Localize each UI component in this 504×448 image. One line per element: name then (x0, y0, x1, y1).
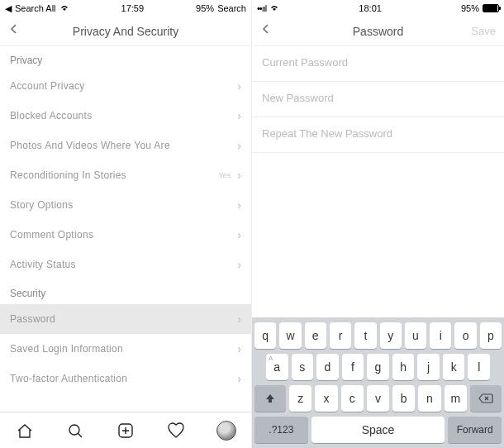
item-label: Story Options (10, 199, 74, 211)
item-label: Account Privacy (10, 80, 85, 92)
item-reconditioning[interactable]: Reconditioning In Stories Yes › (0, 160, 251, 190)
item-account-privacy[interactable]: Account Privacy › (0, 71, 251, 101)
key-p[interactable]: p (480, 322, 502, 349)
wifi-icon (269, 3, 279, 13)
key-i[interactable]: i (430, 322, 451, 349)
key-v[interactable]: v (367, 385, 389, 412)
key-h[interactable]: h (392, 354, 415, 380)
item-value: Yes (219, 171, 231, 179)
avatar-icon (216, 421, 236, 441)
key-n[interactable]: n (418, 385, 440, 412)
item-story-options[interactable]: Story Options › (0, 190, 251, 220)
key-s[interactable]: s (292, 354, 314, 380)
item-activity-status[interactable]: Activity Status › (0, 250, 251, 279)
key-e[interactable]: e (305, 322, 326, 349)
header: Password Save (252, 17, 504, 46)
item-label: Two-factor Authentication (10, 373, 127, 384)
battery-icon (483, 4, 499, 12)
back-arrow-icon: ◀ (5, 3, 12, 14)
key-u[interactable]: u (405, 322, 426, 349)
back-button[interactable] (8, 23, 25, 40)
new-password-input[interactable] (262, 92, 494, 104)
key-q[interactable]: q (254, 322, 276, 349)
page-title: Password (353, 25, 403, 38)
item-photos-videos[interactable]: Photos And Videos Where You Are › (0, 131, 251, 160)
back-button[interactable] (260, 23, 277, 40)
item-two-factor[interactable]: Two-factor Authentication › (0, 364, 251, 393)
save-button[interactable]: Save (471, 25, 496, 37)
current-password-input[interactable] (262, 56, 494, 69)
chevron-right-icon: › (237, 109, 241, 122)
item-label: Activity Status (10, 259, 76, 270)
key-backspace[interactable] (470, 385, 502, 412)
key-z[interactable]: z (289, 385, 311, 412)
item-label: Blocked Accounts (10, 110, 93, 122)
key-m[interactable]: m (445, 385, 467, 412)
password-form (252, 46, 504, 317)
chevron-right-icon: › (237, 228, 241, 241)
key-b[interactable]: b (392, 385, 415, 412)
chevron-right-icon: › (237, 198, 241, 212)
repeat-password-input[interactable] (262, 127, 494, 140)
key-x[interactable]: x (315, 385, 337, 412)
field-new-password (252, 82, 504, 117)
item-label: Saved Login Information (10, 343, 123, 355)
chevron-right-icon: › (237, 169, 241, 182)
tab-profile[interactable] (216, 420, 237, 441)
chevron-right-icon: › (237, 139, 241, 152)
status-battery-pct: 95% (196, 3, 214, 13)
item-label: Photos And Videos Where You Are (10, 140, 170, 151)
key-space[interactable]: Space (311, 417, 445, 443)
svg-point-0 (69, 425, 79, 435)
key-numbers[interactable]: .?123 (254, 417, 308, 443)
chevron-right-icon: › (237, 79, 241, 93)
chevron-right-icon: › (237, 342, 241, 355)
key-g[interactable]: g (367, 354, 389, 380)
field-current-password (252, 46, 504, 82)
status-bar: ◀ Search All 17:59 95% Search (0, 0, 251, 17)
key-r[interactable]: r (330, 322, 351, 349)
key-c[interactable]: c (341, 385, 364, 412)
key-w[interactable]: w (279, 322, 301, 349)
key-forward[interactable]: Forward (448, 417, 502, 443)
status-bar: ••ııl 18:01 95% (252, 0, 504, 17)
key-l[interactable]: l (468, 354, 490, 380)
item-label: Password (10, 313, 55, 325)
key-t[interactable]: t (354, 322, 376, 349)
key-o[interactable]: o (454, 322, 476, 349)
field-repeat-password (252, 117, 504, 153)
tab-activity[interactable] (165, 420, 187, 441)
chevron-right-icon: › (237, 312, 241, 326)
header: Privacy And Security (0, 17, 251, 46)
item-label: Comment Options (10, 229, 93, 241)
item-password[interactable]: Password › (0, 304, 251, 334)
status-time: 18:01 (359, 3, 382, 13)
item-blocked-accounts[interactable]: Blocked Accounts › (0, 101, 251, 131)
item-comment-options[interactable]: Comment Options › (0, 220, 251, 250)
section-security: Security (0, 279, 251, 304)
key-a[interactable]: aA (266, 354, 288, 380)
tab-search[interactable] (64, 420, 86, 441)
chevron-right-icon: › (237, 258, 241, 271)
item-label: Reconditioning In Stories (10, 169, 126, 181)
key-y[interactable]: y (380, 322, 402, 349)
wifi-icon (59, 3, 69, 13)
key-d[interactable]: d (316, 354, 339, 380)
keyboard: qwertyuiop aAsdfghjkl zxcvbnm .?123 Spac… (252, 317, 504, 448)
key-shift[interactable] (254, 385, 286, 412)
status-search: Search All (15, 3, 56, 13)
key-j[interactable]: j (417, 354, 440, 380)
tab-bar (0, 412, 251, 448)
key-k[interactable]: k (443, 354, 465, 380)
key-f[interactable]: f (342, 354, 364, 380)
item-saved-login[interactable]: Saved Login Information › (0, 334, 251, 364)
page-title: Privacy And Security (73, 25, 178, 38)
status-battery-pct: 95% (461, 3, 479, 13)
chevron-right-icon: › (237, 372, 241, 385)
status-time: 17:59 (121, 3, 145, 13)
tab-add[interactable] (115, 420, 136, 441)
section-privacy: Privacy (0, 46, 251, 71)
status-right-label: Search (217, 3, 246, 13)
settings-list: Privacy Account Privacy › Blocked Accoun… (0, 46, 251, 412)
tab-home[interactable] (14, 420, 36, 441)
